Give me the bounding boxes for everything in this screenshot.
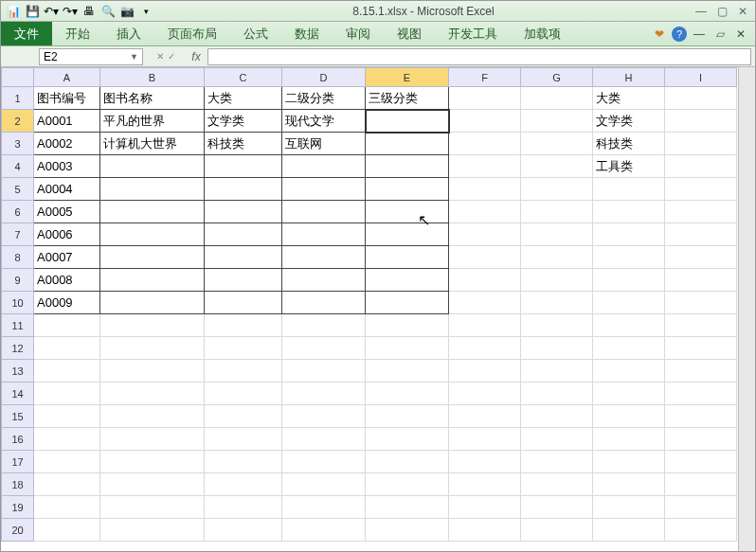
cell-E7[interactable] xyxy=(366,223,449,246)
cell-D10[interactable] xyxy=(282,292,366,314)
cell-C11[interactable] xyxy=(205,314,282,337)
cell-E11[interactable] xyxy=(366,314,449,337)
cell-G10[interactable] xyxy=(521,292,593,314)
cell-F13[interactable] xyxy=(449,360,521,383)
cell-F15[interactable] xyxy=(449,405,521,428)
row-header-4[interactable]: 4 xyxy=(2,155,34,178)
cell-D15[interactable] xyxy=(282,405,366,428)
cell-A7[interactable]: A0006 xyxy=(34,223,100,246)
cell-G9[interactable] xyxy=(521,269,593,292)
cell-D6[interactable] xyxy=(282,201,366,223)
cell-F6[interactable] xyxy=(449,201,521,223)
cell-F2[interactable] xyxy=(449,110,521,133)
cell-G14[interactable] xyxy=(521,383,593,405)
cell-I5[interactable] xyxy=(665,178,737,201)
cell-H17[interactable] xyxy=(593,451,665,473)
cell-I3[interactable] xyxy=(665,133,737,155)
cell-C13[interactable] xyxy=(205,360,282,383)
cell-A2[interactable]: A0001 xyxy=(34,110,100,133)
row-header-7[interactable]: 7 xyxy=(2,223,34,246)
cell-A20[interactable] xyxy=(34,519,100,542)
cell-I10[interactable] xyxy=(665,292,737,314)
cell-A9[interactable]: A0008 xyxy=(34,269,100,292)
cell-H8[interactable] xyxy=(593,246,665,269)
cell-C16[interactable] xyxy=(205,428,282,451)
cell-H6[interactable] xyxy=(593,201,665,223)
cell-A8[interactable]: A0007 xyxy=(34,246,100,269)
cell-F3[interactable] xyxy=(449,133,521,155)
cell-F20[interactable] xyxy=(449,519,521,542)
cell-G13[interactable] xyxy=(521,360,593,383)
cell-E13[interactable] xyxy=(366,360,449,383)
cell-B10[interactable] xyxy=(100,292,205,314)
excel-icon[interactable]: 📊 xyxy=(5,3,22,20)
cell-E17[interactable] xyxy=(366,451,449,473)
cell-B17[interactable] xyxy=(100,451,205,473)
cell-H5[interactable] xyxy=(593,178,665,201)
cell-I9[interactable] xyxy=(665,269,737,292)
cell-B19[interactable] xyxy=(100,496,205,519)
cell-B9[interactable] xyxy=(100,269,205,292)
cell-F8[interactable] xyxy=(449,246,521,269)
col-header-F[interactable]: F xyxy=(449,68,521,87)
ribbon-tab-2[interactable]: 页面布局 xyxy=(154,26,230,43)
col-header-I[interactable]: I xyxy=(665,68,737,87)
cell-I13[interactable] xyxy=(665,360,737,383)
row-header-3[interactable]: 3 xyxy=(2,133,34,155)
cell-I8[interactable] xyxy=(665,246,737,269)
vertical-scrollbar[interactable] xyxy=(738,67,755,551)
row-header-17[interactable]: 17 xyxy=(2,451,34,473)
cell-E8[interactable] xyxy=(366,246,449,269)
cell-C2[interactable]: 文学类 xyxy=(205,110,282,133)
cell-G6[interactable] xyxy=(521,201,593,223)
cell-I19[interactable] xyxy=(665,496,737,519)
row-header-12[interactable]: 12 xyxy=(2,337,34,360)
cell-F5[interactable] xyxy=(449,178,521,201)
cell-A19[interactable] xyxy=(34,496,100,519)
cell-G19[interactable] xyxy=(521,496,593,519)
cell-I4[interactable] xyxy=(665,155,737,178)
cell-C17[interactable] xyxy=(205,451,282,473)
fx-icon[interactable]: fx xyxy=(185,50,207,63)
cell-E5[interactable] xyxy=(366,178,449,201)
cell-G1[interactable] xyxy=(521,87,593,110)
camera-icon[interactable]: 📷 xyxy=(118,3,135,20)
cell-H15[interactable] xyxy=(593,405,665,428)
cell-C1[interactable]: 大类 xyxy=(205,87,282,110)
cell-D7[interactable] xyxy=(282,223,366,246)
cell-E16[interactable] xyxy=(366,428,449,451)
row-header-20[interactable]: 20 xyxy=(2,519,34,542)
cell-B3[interactable]: 计算机大世界 xyxy=(100,133,205,155)
cell-E2[interactable] xyxy=(366,110,449,133)
cell-G3[interactable] xyxy=(521,133,593,155)
row-header-1[interactable]: 1 xyxy=(2,87,34,110)
cell-D13[interactable] xyxy=(282,360,366,383)
cell-A15[interactable] xyxy=(34,405,100,428)
cancel-formula-icon[interactable]: ✕ xyxy=(156,51,164,62)
cell-G7[interactable] xyxy=(521,223,593,246)
cell-A1[interactable]: 图书编号 xyxy=(34,87,100,110)
cell-E3[interactable] xyxy=(366,133,449,155)
col-header-G[interactable]: G xyxy=(521,68,593,87)
minimize-button[interactable]: — xyxy=(693,5,710,18)
cell-B16[interactable] xyxy=(100,428,205,451)
cell-I20[interactable] xyxy=(665,519,737,542)
name-box-dropdown-icon[interactable]: ▼ xyxy=(130,52,138,62)
cell-G4[interactable] xyxy=(521,155,593,178)
cell-B7[interactable] xyxy=(100,223,205,246)
cell-C10[interactable] xyxy=(205,292,282,314)
cell-D8[interactable] xyxy=(282,246,366,269)
cell-I2[interactable] xyxy=(665,110,737,133)
cell-I11[interactable] xyxy=(665,314,737,337)
cell-B12[interactable] xyxy=(100,337,205,360)
cell-E9[interactable] xyxy=(366,269,449,292)
cell-A11[interactable] xyxy=(34,314,100,337)
cell-B18[interactable] xyxy=(100,473,205,496)
ribbon-minimize-button[interactable]: — xyxy=(691,26,708,43)
cell-A17[interactable] xyxy=(34,451,100,473)
cell-D2[interactable]: 现代文学 xyxy=(282,110,366,133)
cell-A12[interactable] xyxy=(34,337,100,360)
accept-formula-icon[interactable]: ✓ xyxy=(168,51,175,62)
row-header-10[interactable]: 10 xyxy=(2,292,34,314)
col-header-E[interactable]: E xyxy=(366,68,449,87)
